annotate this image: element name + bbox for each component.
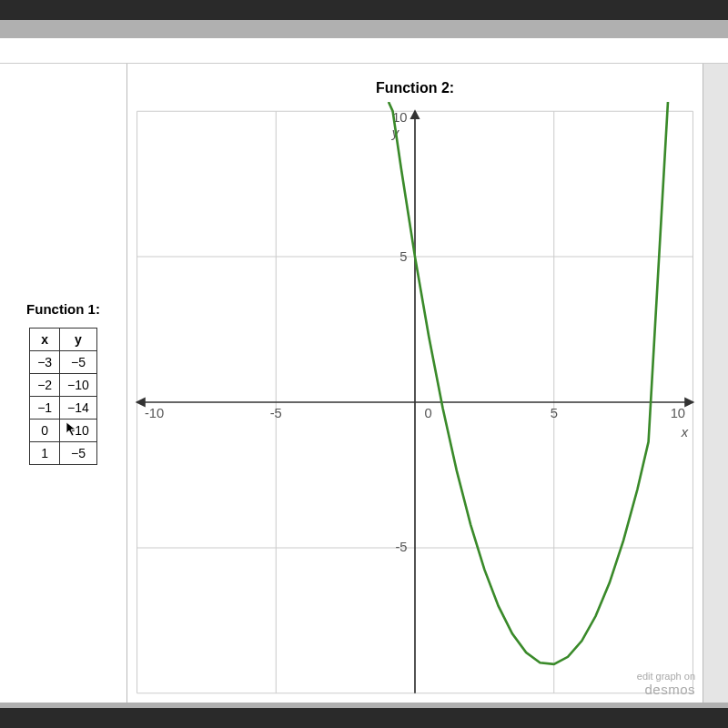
desmos-watermark[interactable]: edit graph on desmos	[637, 671, 695, 697]
axes	[137, 111, 693, 693]
svg-text:-5: -5	[395, 541, 407, 555]
function1-title: Function 1:	[26, 301, 100, 317]
table-row: −2−10	[30, 374, 97, 397]
table-header-row: x y	[30, 329, 97, 351]
svg-marker-9	[685, 399, 693, 406]
function2-panel: Function 2:	[127, 64, 703, 703]
function1-table: x y −3−5 −2−10 −1−14 0 −10 1−5	[29, 328, 97, 465]
header-y: y	[60, 329, 97, 351]
tick-labels: -10 -5 0 5 10 10 5 -5 y x	[145, 111, 689, 555]
svg-text:x: x	[681, 425, 689, 440]
svg-text:-10: -10	[145, 407, 164, 421]
function2-title: Function 2:	[376, 80, 454, 96]
function1-panel: Function 1: x y −3−5 −2−10 −1−14 0 −10	[0, 64, 127, 703]
svg-marker-10	[137, 399, 145, 406]
svg-marker-12	[411, 111, 419, 118]
svg-text:5: 5	[399, 249, 407, 264]
svg-text:-5: -5	[270, 407, 282, 421]
table-row: 1−5	[30, 442, 97, 465]
window-topbar	[0, 38, 728, 64]
svg-text:10: 10	[671, 407, 685, 421]
table-row: −3−5	[30, 351, 97, 374]
right-margin	[703, 64, 728, 703]
svg-text:5: 5	[551, 407, 558, 421]
parabola-curve	[389, 102, 668, 664]
function2-chart[interactable]: -10 -5 0 5 10 10 5 -5 y x	[127, 102, 703, 703]
svg-text:0: 0	[425, 407, 432, 421]
table-row: 0 −10	[30, 420, 97, 442]
table-row: −1−14	[30, 397, 97, 420]
header-x: x	[30, 329, 60, 351]
